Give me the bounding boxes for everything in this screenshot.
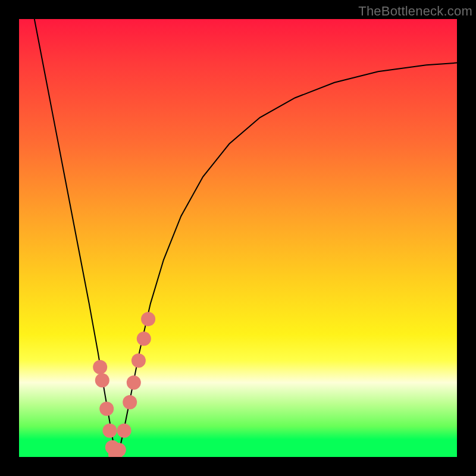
sample-point xyxy=(117,424,131,438)
chart-frame: TheBottleneck.com xyxy=(0,0,476,476)
sample-point xyxy=(127,375,141,390)
sample-point xyxy=(137,331,151,346)
sample-point xyxy=(99,402,114,416)
sample-point xyxy=(93,360,107,374)
sample-point xyxy=(102,424,117,438)
watermark-label: TheBottleneck.com xyxy=(358,4,472,19)
sample-points xyxy=(93,312,155,457)
sample-point xyxy=(112,443,126,457)
sample-point xyxy=(123,395,137,409)
sample-point xyxy=(141,312,155,326)
sample-point xyxy=(95,373,109,387)
plot-svg xyxy=(19,19,457,457)
sample-point xyxy=(131,353,146,368)
bottleneck-curve xyxy=(35,19,457,455)
